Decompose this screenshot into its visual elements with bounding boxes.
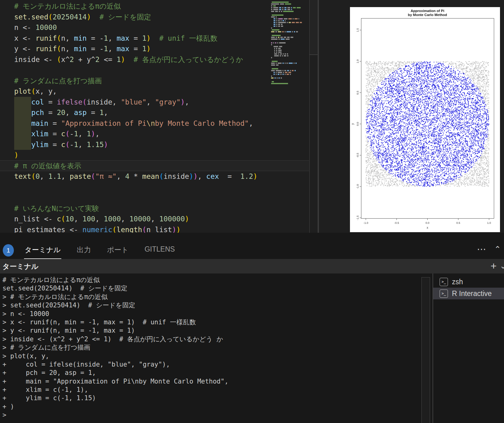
terminal-line: + xlim = c(-1, 1),	[2, 386, 421, 394]
code-line: y <- runif(n, min = -1, max = 1)	[0, 43, 271, 54]
terminal-scrollbar[interactable]	[421, 273, 430, 423]
terminal-line: > set.seed(20250414) # シードを固定	[2, 301, 421, 310]
code-line: pi_estimates <- numeric(length(n_list))	[0, 224, 271, 233]
code-lines: # モンテカルロ法によるπの近似set.seed(20250414) # シード…	[0, 1, 271, 233]
panel-tab-ポート[interactable]: ポート	[106, 242, 129, 259]
terminal-icon: >_	[440, 290, 448, 298]
terminal-header: ターミナル + ⌄	[0, 259, 504, 273]
editor-scrollbar-thumb[interactable]	[310, 0, 318, 55]
terminal-line: > y <- runif(n, min = -1, max = 1)	[2, 326, 421, 335]
code-line: pch = 20, asp = 1,	[0, 107, 271, 118]
terminal-line: > # ランダムに点を打つ描画	[2, 343, 421, 352]
code-line: # ランダムに点を打つ描画	[0, 76, 271, 86]
terminal-line: + col = ifelse(inside, "blue", "gray"),	[2, 360, 421, 369]
terminal-line: set.seed(20250414) # シードを固定	[2, 284, 421, 293]
code-line: # π の近似値を表示	[0, 161, 271, 171]
code-line: ylim = c(-1, 1.15)	[0, 139, 271, 150]
panel-tab-出力[interactable]: 出力	[76, 242, 91, 259]
code-line: x <- runif(n, min = -1, max = 1) # unif …	[0, 33, 271, 44]
panel-tab-ターミナル[interactable]: ターミナル	[24, 242, 61, 259]
terminal-line: > inside <- (x^2 + y^2 <= 1) # 各点が円に入ってい…	[2, 335, 421, 343]
terminal-line: > n <- 10000	[2, 310, 421, 318]
bottom-panel: 1 ターミナル出力ポートGITLENS ⋯ ⌃ ターミナル + ⌄ # モンテカ…	[0, 233, 504, 423]
code-line: col = ifelse(inside, "blue", "gray"),	[0, 97, 271, 108]
terminal-count-badge: 1	[3, 244, 14, 257]
terminal-instance-label: zsh	[452, 278, 463, 286]
terminal-body: # モンテカルロ法によるπの近似set.seed(20250414) # シード…	[0, 273, 504, 423]
code-line	[0, 182, 271, 193]
code-line: main = "Approximation of Pi\nby Monte Ca…	[0, 118, 271, 129]
new-terminal-icon[interactable]: +	[490, 260, 497, 272]
terminal-line: + main = "Approximation of Pi\nby Monte …	[2, 377, 421, 386]
terminal-line: > x <- runif(n, min = -1, max = 1) # uni…	[2, 318, 421, 326]
panel-tabbar: 1 ターミナル出力ポートGITLENS ⋯ ⌃	[0, 233, 504, 259]
code-line: )	[0, 150, 271, 161]
terminal-instance-label: R Interactive	[452, 290, 492, 298]
code-line: n <- 10000	[0, 22, 271, 33]
terminal-icon: >_	[440, 278, 448, 286]
editor-scrollbar[interactable]	[309, 0, 318, 233]
code-line: plot(x, y,	[0, 86, 271, 97]
panel-tabs: ターミナル出力ポートGITLENS	[24, 242, 176, 259]
code-line: xlim = c(-1, 1),	[0, 129, 271, 139]
code-line: n_list <- c(10, 100, 1000, 10000, 100000…	[0, 214, 271, 224]
panel-actions: ⋯ ⌃	[477, 244, 501, 254]
code-line: set.seed(20250414) # シードを固定	[0, 12, 271, 23]
terminal-line: > plot(x, y,	[2, 352, 421, 360]
plot-viewer-panel	[319, 0, 504, 233]
scatter-plot-canvas	[350, 7, 500, 232]
minimap[interactable]	[271, 2, 308, 231]
panel-tab-gitlens[interactable]: GITLENS	[144, 242, 175, 259]
terminal-header-actions: + ⌄	[490, 260, 504, 272]
chevron-down-icon[interactable]: ⌄	[500, 261, 504, 271]
more-actions-icon[interactable]: ⋯	[477, 244, 486, 254]
code-line	[0, 192, 271, 203]
terminal-line: >	[2, 411, 421, 419]
terminal-line: + )	[2, 403, 421, 411]
code-line: inside <- (x^2 + y^2 <= 1) # 各点が円に入っているか…	[0, 54, 271, 65]
code-line: # モンテカルロ法によるπの近似	[0, 1, 271, 12]
terminal-instance-r-interactive[interactable]: >_R Interactive	[433, 288, 504, 299]
code-line: text(0, 1.1, paste("π ≈", 4 * mean(insid…	[0, 171, 271, 182]
terminal-header-title: ターミナル	[2, 262, 39, 271]
terminal-line: > # モンテカルロ法によるπの近似	[2, 293, 421, 301]
code-editor[interactable]: # モンテカルロ法によるπの近似set.seed(20250414) # シード…	[0, 0, 318, 233]
terminal-line: + ylim = c(-1, 1.15)	[2, 394, 421, 402]
plot-image	[350, 7, 500, 232]
terminal-instance-list: >_zsh>_R Interactive	[433, 276, 504, 299]
vscode-window: # モンテカルロ法によるπの近似set.seed(20250414) # シード…	[0, 0, 504, 423]
code-line	[0, 65, 271, 76]
terminal-line: + pch = 20, asp = 1,	[2, 369, 421, 377]
maximize-panel-icon[interactable]: ⌃	[494, 244, 501, 254]
terminal-instance-zsh[interactable]: >_zsh	[433, 276, 504, 288]
terminal-output[interactable]: # モンテカルロ法によるπの近似set.seed(20250414) # シード…	[2, 276, 421, 420]
terminal-line: # モンテカルロ法によるπの近似	[2, 276, 421, 284]
code-line: # いろんなNについて実験	[0, 203, 271, 214]
terminal-scrollbar-thumb[interactable]	[421, 277, 430, 423]
